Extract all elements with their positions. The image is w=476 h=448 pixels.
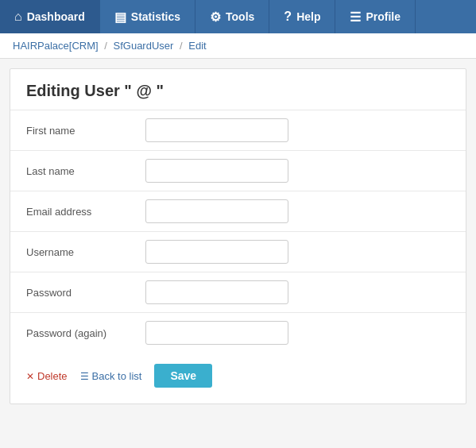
page-title: Editing User " @ " (10, 69, 466, 110)
field-cell-username (137, 232, 466, 272)
nav-profile[interactable]: Profile (335, 0, 416, 33)
nav-statistics[interactable]: Statistics (100, 0, 195, 33)
table-row: Password (10, 272, 466, 313)
save-button[interactable]: Save (154, 364, 212, 388)
navbar: Dashboard Statistics Tools Help Profile (0, 0, 476, 33)
breadcrumb: HAIRPalace[CRM] / SfGuardUser / Edit (0, 33, 476, 59)
email-input[interactable] (145, 199, 288, 223)
profile-icon (350, 10, 361, 25)
field-label-password-again: Password (again) (10, 313, 137, 353)
table-row: Password (again) (10, 313, 466, 353)
nav-dashboard-label: Dashboard (27, 10, 85, 23)
breadcrumb-section[interactable]: SfGuardUser (114, 40, 174, 52)
home-icon (14, 10, 22, 24)
title-suffix: " (156, 82, 163, 99)
field-cell-last-name (137, 151, 466, 191)
breadcrumb-action[interactable]: Edit (188, 40, 206, 52)
password-again-input[interactable] (145, 321, 288, 345)
field-label-first-name: First name (10, 110, 137, 151)
tools-icon (210, 10, 221, 25)
nav-dashboard[interactable]: Dashboard (0, 0, 100, 33)
stats-icon (114, 10, 126, 25)
field-cell-password-again (137, 313, 466, 353)
delete-button[interactable]: Delete (26, 370, 68, 382)
first-name-input[interactable] (145, 118, 288, 142)
delete-label: Delete (37, 370, 68, 382)
last-name-input[interactable] (145, 159, 288, 183)
breadcrumb-sep1: / (104, 40, 107, 52)
field-cell-first-name (137, 110, 466, 151)
field-label-email: Email address (10, 191, 137, 232)
table-row: Email address (10, 191, 466, 232)
field-cell-password (137, 272, 466, 313)
table-row: First name (10, 110, 466, 151)
help-icon (284, 10, 292, 24)
field-cell-email (137, 191, 466, 232)
form-actions: Delete Back to list Save (10, 353, 466, 391)
field-label-username: Username (10, 232, 137, 272)
field-label-last-name: Last name (10, 151, 137, 191)
breadcrumb-root[interactable]: HAIRPalace[CRM] (13, 40, 99, 52)
nav-statistics-label: Statistics (131, 10, 180, 23)
edit-form: First name Last name Email address Usern… (10, 110, 466, 353)
nav-help-label: Help (296, 10, 320, 23)
nav-tools[interactable]: Tools (195, 0, 269, 33)
field-label-password: Password (10, 272, 137, 313)
title-at: @ (136, 82, 152, 99)
table-row: Username (10, 232, 466, 272)
delete-icon (26, 370, 34, 382)
breadcrumb-sep2: / (180, 40, 183, 52)
back-to-list-button[interactable]: Back to list (80, 370, 142, 382)
title-prefix: Editing User " (26, 82, 132, 99)
back-label: Back to list (92, 370, 142, 382)
username-input[interactable] (145, 240, 288, 264)
password-input[interactable] (145, 280, 288, 304)
nav-tools-label: Tools (226, 10, 254, 23)
nav-help[interactable]: Help (269, 0, 335, 33)
list-icon (80, 370, 89, 382)
nav-profile-label: Profile (366, 10, 401, 23)
main-content: Editing User " @ " First name Last name … (10, 68, 466, 404)
table-row: Last name (10, 151, 466, 191)
